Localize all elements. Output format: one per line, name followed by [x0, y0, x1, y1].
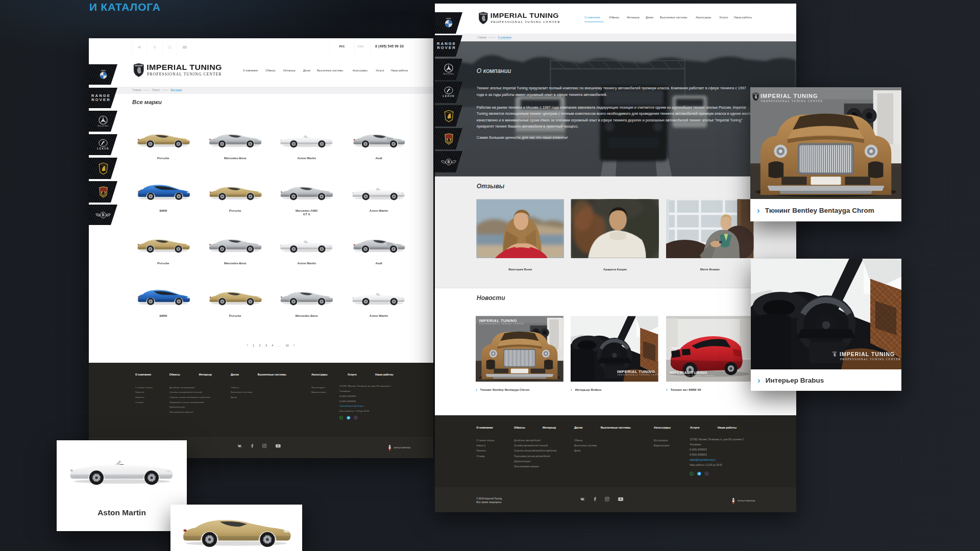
- svg-text:LAMBORGHINI: LAMBORGHINI: [445, 111, 453, 113]
- svg-text:BMW: BMW: [101, 69, 106, 71]
- svg-text:LAMBORGHINI: LAMBORGHINI: [99, 164, 108, 165]
- svg-text:B: B: [447, 160, 450, 164]
- svg-text:LEXUS: LEXUS: [443, 94, 454, 97]
- svg-text:BMW: BMW: [446, 17, 451, 20]
- svg-text:B: B: [102, 213, 104, 217]
- svg-text:Mercedes-Benz: Mercedes-Benz: [97, 125, 109, 127]
- svg-text:LEXUS: LEXUS: [97, 147, 109, 150]
- svg-text:Mercedes-Benz: Mercedes-Benz: [443, 73, 454, 75]
